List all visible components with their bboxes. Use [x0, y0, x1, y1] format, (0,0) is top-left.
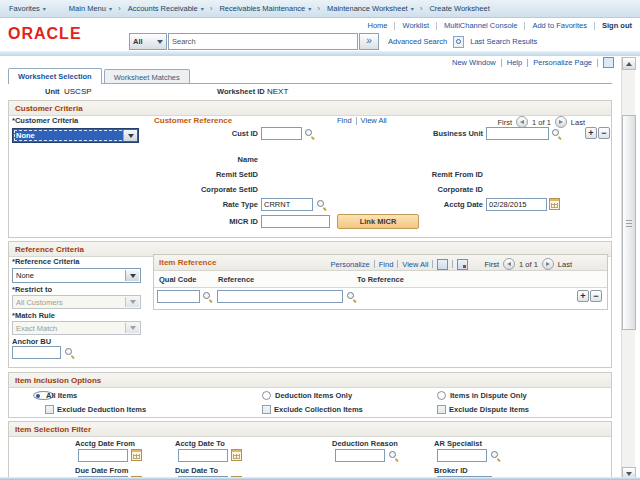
restrict-to-selected-value: All Customers	[16, 298, 63, 307]
last-search-results-icon	[453, 36, 464, 48]
breadcrumb-receivables-maintenance[interactable]: Receivables Maintenance	[216, 4, 308, 13]
customer-reference-title: Customer Reference	[154, 116, 232, 125]
column-to-reference: To Reference	[357, 275, 404, 284]
select-arrow-button[interactable]	[125, 270, 139, 281]
first-label: First	[484, 260, 499, 269]
chevron-down-icon	[130, 300, 136, 304]
customer-criteria-header: Customer Criteria	[9, 101, 611, 116]
qual-code-lookup-icon[interactable]	[202, 291, 213, 302]
acctg-date-calendar-icon[interactable]	[549, 198, 560, 210]
acctg-date-to-input[interactable]	[178, 449, 228, 462]
reference-lookup-icon[interactable]	[346, 291, 357, 302]
zoom-grid-icon[interactable]	[457, 259, 468, 270]
breadcrumb-separator-icon: ›	[118, 4, 121, 13]
search-scope-select[interactable]: All	[129, 33, 167, 50]
last-search-results-link[interactable]: Last Search Results	[470, 37, 537, 46]
ar-specialist-lookup-icon[interactable]	[490, 450, 501, 461]
search-input[interactable]	[168, 33, 358, 50]
chevron-down-icon	[130, 274, 136, 278]
personalize-link[interactable]: Personalize	[331, 260, 370, 269]
name-label: Name	[160, 155, 258, 164]
checkbox-exclude-dispute-items-label: Exclude Dispute Items	[449, 405, 529, 414]
rate-type-input[interactable]	[261, 198, 313, 211]
cust-id-input[interactable]	[261, 127, 302, 140]
customer-reference-find-links: Find View All	[337, 116, 387, 125]
deduction-reason-lookup-icon[interactable]	[388, 450, 399, 461]
chevron-down-icon: ▾	[43, 5, 46, 12]
anchor-bu-input[interactable]	[12, 346, 61, 359]
checkbox-exclude-dispute-items[interactable]	[437, 405, 446, 414]
match-rule-select: Exact Match	[12, 321, 141, 335]
customer-criteria-title: Customer Criteria	[15, 104, 83, 113]
acctg-date-input[interactable]	[486, 198, 547, 211]
select-arrow-button	[125, 323, 139, 333]
business-unit-lookup-icon[interactable]	[551, 128, 562, 139]
previous-row-icon[interactable]	[503, 258, 515, 270]
select-arrow-button[interactable]	[123, 130, 137, 141]
view-all-link[interactable]: View All	[361, 116, 387, 125]
tab-worksheet-matches[interactable]: Worksheet Matches	[104, 69, 190, 84]
match-rule-label: *Match Rule	[12, 311, 55, 320]
reference-criteria-select[interactable]: None	[12, 268, 141, 283]
item-inclusion-header: Item Inclusion Options	[9, 373, 611, 388]
due-date-from-label: Due Date From	[75, 466, 128, 475]
find-link[interactable]: Find	[379, 260, 394, 269]
scrollbar-thumb[interactable]	[622, 115, 636, 330]
acctg-date-to-calendar-icon[interactable]	[231, 449, 242, 461]
advanced-search-link[interactable]: Advanced Search	[388, 37, 447, 46]
add-to-favorites-link[interactable]: Add to Favorites	[532, 21, 587, 30]
checkbox-exclude-collection-items[interactable]	[262, 405, 271, 414]
remit-from-id-label: Remit From ID	[385, 170, 483, 179]
radio-items-in-dispute-only-label: Items in Dispute Only	[450, 391, 527, 400]
item-inclusion-title: Item Inclusion Options	[15, 376, 101, 385]
search-go-button[interactable]: »	[359, 33, 379, 50]
home-link[interactable]: Home	[367, 21, 387, 30]
find-link[interactable]: Find	[337, 116, 352, 125]
acctg-date-from-calendar-icon[interactable]	[131, 449, 142, 461]
delete-row-button[interactable]: −	[598, 127, 610, 139]
anchor-bu-lookup-icon[interactable]	[64, 347, 75, 358]
item-reference-title: Item Reference	[159, 258, 216, 267]
cust-id-lookup-icon[interactable]	[304, 128, 315, 139]
personalize-page-link[interactable]: Personalize Page	[533, 58, 592, 67]
acctg-date-from-input[interactable]	[78, 449, 128, 462]
breadcrumb-main-menu[interactable]: Main Menu	[66, 4, 109, 13]
tab-worksheet-selection[interactable]: Worksheet Selection	[8, 68, 102, 84]
radio-all-items-label: All Items	[46, 391, 77, 400]
copy-url-icon[interactable]	[603, 57, 614, 68]
micr-id-input[interactable]	[261, 215, 330, 228]
worklist-link[interactable]: Worklist	[402, 21, 429, 30]
radio-deduction-items-only[interactable]	[262, 391, 271, 400]
help-link[interactable]: Help	[507, 58, 522, 67]
breadcrumb: Favorites▾ Main Menu▾ › Accounts Receiva…	[0, 0, 640, 18]
next-row-icon[interactable]	[555, 116, 567, 128]
deduction-reason-input[interactable]	[335, 449, 385, 462]
view-all-link[interactable]: View All	[402, 260, 428, 269]
last-label: Last	[571, 118, 585, 127]
new-window-link[interactable]: New Window	[452, 58, 496, 67]
radio-items-in-dispute-only[interactable]	[437, 391, 446, 400]
next-row-icon[interactable]	[542, 258, 554, 270]
business-unit-input[interactable]	[486, 127, 549, 140]
breadcrumb-accounts-receivable[interactable]: Accounts Receivable	[125, 4, 201, 13]
select-arrow-button	[125, 297, 139, 307]
breadcrumb-maintenance-worksheet[interactable]: Maintenance Worksheet	[324, 4, 411, 13]
multichannel-console-link[interactable]: MultiChannel Console	[444, 21, 517, 30]
add-row-button[interactable]: +	[577, 290, 589, 302]
qual-code-input[interactable]	[157, 290, 200, 303]
customer-criteria-select[interactable]: None	[12, 128, 139, 143]
add-row-button[interactable]: +	[585, 127, 597, 139]
checkbox-exclude-deduction-items[interactable]	[45, 405, 54, 414]
checkbox-exclude-deduction-items-label: Exclude Deduction Items	[57, 405, 146, 414]
delete-row-button[interactable]: −	[590, 290, 602, 302]
scroll-up-button[interactable]	[622, 57, 636, 70]
breadcrumb-favorites[interactable]: Favorites	[6, 4, 43, 13]
rate-type-lookup-icon[interactable]	[316, 199, 327, 210]
sign-out-link[interactable]: Sign out	[602, 21, 632, 30]
vertical-scrollbar[interactable]	[621, 57, 635, 480]
link-micr-button[interactable]: Link MICR	[337, 214, 419, 229]
ar-specialist-input[interactable]	[437, 449, 487, 462]
reference-input[interactable]	[217, 290, 343, 303]
download-icon[interactable]	[437, 259, 448, 270]
item-selection-filter-title: Item Selection Filter	[15, 425, 91, 434]
